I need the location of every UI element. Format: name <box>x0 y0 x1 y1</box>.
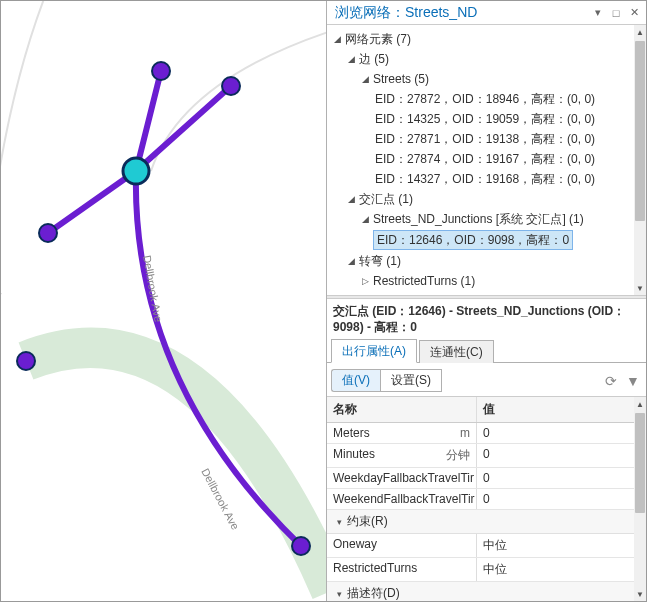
tab-connectivity[interactable]: 连通性(C) <box>419 340 494 363</box>
tree-scrollbar[interactable]: ▲ ▼ <box>634 25 646 295</box>
scroll-thumb[interactable] <box>635 41 645 221</box>
svg-point-3 <box>17 352 35 370</box>
caret-down-icon: ◢ <box>359 210 371 228</box>
scroll-thumb[interactable] <box>635 413 645 513</box>
svg-point-1 <box>222 77 240 95</box>
grid-scrollbar[interactable]: ▲ ▼ <box>634 397 646 601</box>
tree-street-item[interactable]: EID：27874，OID：19167，高程：(0, 0) <box>327 149 646 169</box>
caret-down-icon: ◢ <box>359 70 371 88</box>
tree-street-item[interactable]: EID：14327，OID：19168，高程：(0, 0) <box>327 169 646 189</box>
chevron-down-icon: ▾ <box>333 517 345 527</box>
main-tabs: 出行属性(A) 连通性(C) <box>327 339 646 363</box>
tree-root[interactable]: ◢网络元素 (7) <box>327 29 646 49</box>
svg-point-0 <box>152 62 170 80</box>
tree-turns[interactable]: ◢转弯 (1) <box>327 251 646 271</box>
svg-point-2 <box>39 224 57 242</box>
panel-header: 浏览网络：Streets_ND ▾ □ ✕ <box>327 1 646 25</box>
tree-junction-group[interactable]: ◢Streets_ND_Junctions [系统 交汇点] (1) <box>327 209 646 229</box>
grid-row[interactable]: Oneway中位 <box>327 534 646 558</box>
tree-junctions[interactable]: ◢交汇点 (1) <box>327 189 646 209</box>
svg-text:Dellbrook Ave: Dellbrook Ave <box>141 254 165 323</box>
filter-icon[interactable]: ▼ <box>624 372 642 390</box>
section-constraints[interactable]: ▾约束(R) <box>327 510 646 534</box>
panel-title: 浏览网络：Streets_ND <box>331 4 590 22</box>
refresh-icon[interactable]: ⟳ <box>602 372 620 390</box>
detail-title: 交汇点 (EID：12646) - Streets_ND_Junctions (… <box>327 299 646 339</box>
tree-rturns[interactable]: ▷RestrictedTurns (1) <box>327 271 646 291</box>
scroll-down-icon[interactable]: ▼ <box>634 281 646 295</box>
caret-down-icon: ◢ <box>345 252 357 270</box>
grid-row[interactable]: RestrictedTurns中位 <box>327 558 646 582</box>
side-panel: 浏览网络：Streets_ND ▾ □ ✕ ◢网络元素 (7) ◢边 (5) ◢… <box>326 1 646 601</box>
app-root: Dellbrook Ave Dellbrook Ave n Ave 浏览网络：S… <box>0 0 647 602</box>
map-canvas[interactable]: Dellbrook Ave Dellbrook Ave n Ave <box>1 1 326 601</box>
panel-controls: ▾ □ ✕ <box>590 5 642 21</box>
scroll-up-icon[interactable]: ▲ <box>634 25 646 39</box>
close-button[interactable]: ✕ <box>626 5 642 21</box>
grid-row[interactable]: WeekendFallbackTravelTir0 <box>327 489 646 510</box>
svg-point-4 <box>292 537 310 555</box>
sub-tabs: 值(V) 设置(S) ⟳ ▼ <box>327 363 646 396</box>
subtab-value[interactable]: 值(V) <box>331 369 380 392</box>
scroll-down-icon[interactable]: ▼ <box>634 587 646 601</box>
col-name[interactable]: 名称 <box>327 397 477 422</box>
tree-streets[interactable]: ◢Streets (5) <box>327 69 646 89</box>
chevron-down-icon: ▾ <box>333 589 345 599</box>
caret-down-icon: ◢ <box>345 190 357 208</box>
caret-right-icon: ▷ <box>359 272 371 290</box>
tree-street-item[interactable]: EID：14325，OID：19059，高程：(0, 0) <box>327 109 646 129</box>
grid-row[interactable]: Minutes分钟0 <box>327 444 646 468</box>
grid-row[interactable]: Metersm0 <box>327 423 646 444</box>
network-tree[interactable]: ◢网络元素 (7) ◢边 (5) ◢Streets (5) EID：27872，… <box>327 25 646 295</box>
tree-street-item[interactable]: EID：27872，OID：18946，高程：(0, 0) <box>327 89 646 109</box>
grid-row[interactable]: WeekdayFallbackTravelTir0 <box>327 468 646 489</box>
dock-button[interactable]: ▾ <box>590 5 606 21</box>
svg-text:n Ave: n Ave <box>1 290 6 320</box>
pin-button[interactable]: □ <box>608 5 624 21</box>
scroll-up-icon[interactable]: ▲ <box>634 397 646 411</box>
col-value[interactable]: 值 <box>477 397 646 422</box>
section-descriptors[interactable]: ▾描述符(D) <box>327 582 646 601</box>
caret-down-icon: ◢ <box>331 30 343 48</box>
subtab-settings[interactable]: 设置(S) <box>380 369 442 392</box>
tab-travel-attrs[interactable]: 出行属性(A) <box>331 339 417 363</box>
tree-edges[interactable]: ◢边 (5) <box>327 49 646 69</box>
tree-junction-selected[interactable]: EID：12646，OID：9098，高程：0 <box>327 229 646 251</box>
tree-street-item[interactable]: EID：27871，OID：19138，高程：(0, 0) <box>327 129 646 149</box>
tree-area: ◢网络元素 (7) ◢边 (5) ◢Streets (5) EID：27872，… <box>327 25 646 295</box>
attribute-grid: 名称 值 Metersm0 Minutes分钟0 WeekdayFallback… <box>327 396 646 601</box>
caret-down-icon: ◢ <box>345 50 357 68</box>
map-svg: Dellbrook Ave Dellbrook Ave n Ave <box>1 1 326 601</box>
svg-point-5 <box>123 158 149 184</box>
